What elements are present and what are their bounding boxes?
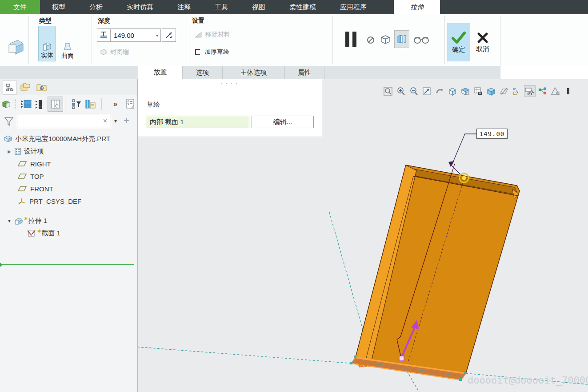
datum-axis-display-icon[interactable]: x//y (511, 85, 523, 97)
spin-center-icon[interactable] (434, 85, 445, 97)
tab-placement[interactable]: 放置 (138, 66, 182, 79)
tree-filter-button[interactable] (69, 99, 83, 109)
funnel-icon[interactable] (4, 116, 14, 127)
expander-icon[interactable]: ▶ (6, 149, 12, 154)
pause-icon (345, 32, 349, 47)
folder-browser-icon (20, 81, 32, 93)
menu-flexible-modeling[interactable]: 柔性建模 (277, 0, 328, 14)
tree-settings-button[interactable] (123, 98, 137, 110)
tree-columns-button[interactable] (48, 97, 63, 112)
cancel-button[interactable]: 取消 (472, 23, 493, 61)
verify-button[interactable] (412, 34, 430, 46)
menu-file[interactable]: 文件 (0, 0, 40, 14)
tree-item-design-items[interactable]: ▶ 设计项 (6, 145, 44, 158)
menu-live-simulation[interactable]: 实时仿真 (115, 0, 165, 14)
menu-analysis[interactable]: 分析 (77, 0, 115, 14)
flip-direction-button[interactable] (162, 28, 176, 42)
navigator-tabs (0, 79, 137, 95)
datum-plane-display-icon[interactable] (498, 85, 510, 97)
menu-view[interactable]: 视图 (240, 0, 277, 14)
annotation-display-icon[interactable] (524, 85, 536, 97)
expand-all-button[interactable] (19, 99, 34, 109)
favorites-folder-tab[interactable] (36, 81, 48, 93)
tab-body-options[interactable]: 主体选项 (222, 66, 284, 79)
extrude-feature-icon (4, 36, 26, 57)
simulation-warning-icon[interactable] (550, 85, 561, 97)
depth-type-button[interactable] (97, 28, 110, 42)
view-sections-icon[interactable] (460, 85, 471, 97)
shaded-preview-button[interactable] (394, 30, 409, 48)
tree-search-input[interactable]: × (17, 115, 111, 128)
clipped-icon[interactable] (563, 85, 574, 97)
expander-icon[interactable]: ▼ (6, 218, 12, 223)
depth-value: 149.00 (111, 32, 156, 39)
expand-all-icon (20, 99, 32, 109)
no-preview-icon (367, 36, 375, 44)
closed-end-icon (100, 48, 108, 56)
menu-applications[interactable]: 应用程序 (328, 0, 379, 14)
toolbar-divider (101, 98, 102, 110)
tab-properties[interactable]: 属性 (284, 66, 324, 79)
surface-icon (62, 41, 73, 52)
tree-item-right-plane[interactable]: RIGHT (18, 158, 51, 170)
thicken-sketch-toggle[interactable]: 加厚草绘 (194, 48, 229, 56)
saved-views-icon[interactable] (447, 85, 458, 97)
tab-options[interactable]: 选项 (182, 66, 222, 79)
search-dropdown-icon[interactable]: ▾ (114, 118, 117, 124)
clear-search-icon[interactable]: × (103, 117, 107, 125)
no-preview-button[interactable] (365, 35, 376, 45)
collapse-all-button[interactable] (34, 99, 47, 109)
depth-group-label: 深度 (98, 17, 110, 25)
solid-icon (42, 41, 52, 52)
zoom-in-icon[interactable] (395, 85, 407, 97)
depth-value-combo[interactable]: 149.00 ▾ (110, 28, 161, 42)
dimension-value-box[interactable]: 149.00 (476, 129, 508, 139)
menu-annotate[interactable]: 注释 (165, 0, 203, 14)
blind-depth-icon (99, 31, 108, 40)
tree-item-section-1[interactable]: ✱ 截面 1 (28, 227, 60, 239)
toolbar-grip[interactable] (15, 99, 17, 109)
insert-here-locator[interactable] (0, 264, 134, 265)
thicken-sketch-label: 加厚草绘 (204, 48, 229, 56)
menu-extrude-context-tab[interactable]: 拉伸 (394, 0, 440, 14)
tree-item-csys[interactable]: PRT_CSYS_DEF (18, 195, 81, 207)
zoom-out-icon[interactable] (408, 85, 420, 97)
edit-sketch-button[interactable]: 编辑... (252, 116, 314, 128)
ribbon-divider (332, 16, 333, 64)
refit-icon[interactable] (421, 85, 432, 97)
menu-model[interactable]: 模型 (40, 0, 77, 14)
graphics-toolbar: x//y (382, 85, 574, 97)
model-appearance-icon[interactable] (537, 85, 548, 97)
tree-item-top-plane[interactable]: TOP (18, 170, 44, 182)
ok-button[interactable]: 确定 (447, 23, 470, 61)
surface-type-button[interactable]: 曲面 (58, 26, 77, 61)
menu-tools[interactable]: 工具 (203, 0, 240, 14)
more-tools-button[interactable]: » (113, 100, 117, 109)
box-zoom-icon[interactable] (382, 85, 394, 97)
tree-copy-button[interactable] (83, 99, 98, 109)
tree-toolbar: » (0, 95, 137, 113)
ribbon-divider (444, 16, 445, 64)
capture-scene-icon[interactable] (472, 85, 484, 97)
favorites-folder-icon (36, 81, 48, 93)
tree-columns-icon (50, 99, 61, 109)
tree-item-front-plane[interactable]: FRONT (18, 182, 53, 195)
model-tree-tab[interactable] (3, 81, 17, 95)
sketch-section-label: 草绘 (147, 101, 160, 109)
tree-root-part[interactable]: 小米充电宝10000MAH外壳.PRT (4, 133, 110, 145)
check-icon (451, 31, 466, 44)
panel-resize-handle[interactable]: · · · · (220, 80, 238, 86)
sketch-collector-field[interactable]: 内部 截面 1 (146, 116, 249, 128)
folder-browser-tab[interactable] (20, 81, 32, 93)
navigator-sidebar: » × ▾ + 小米充电宝10000MAH外壳.PRT ▶ 设计项 RIGHT (0, 79, 138, 392)
add-filter-button[interactable]: + (124, 115, 129, 126)
pause-button[interactable] (344, 31, 358, 47)
display-style-icon[interactable] (485, 85, 497, 97)
ribbon-divider (28, 16, 29, 64)
solid-type-button[interactable]: 实体 (38, 26, 56, 61)
datum-plane-icon (18, 173, 27, 179)
tree-item-extrude-1[interactable]: ▼ ✱ 拉伸 1 (6, 214, 47, 227)
depth-dropdown-icon[interactable]: ▾ (156, 33, 160, 38)
part-cube-icon[interactable] (0, 99, 13, 109)
wireframe-preview-button[interactable] (378, 32, 392, 47)
